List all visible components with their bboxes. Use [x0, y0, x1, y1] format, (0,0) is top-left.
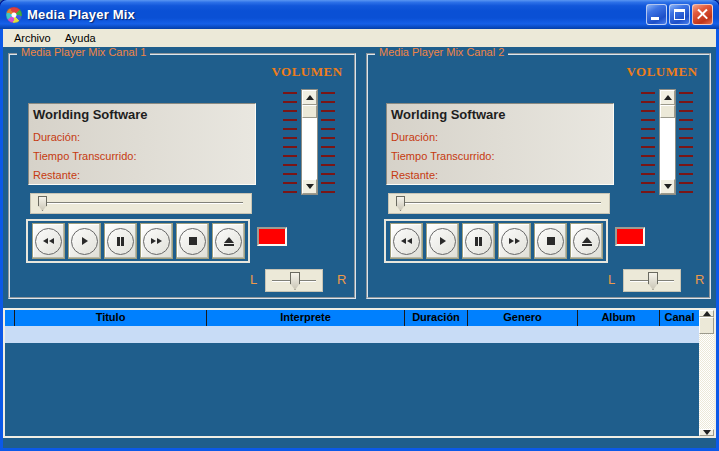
channel2-balance-slider[interactable]: [623, 269, 681, 292]
titlebar[interactable]: Media Player Mix: [0, 0, 719, 29]
stop-button[interactable]: [534, 223, 567, 259]
volume-thumb[interactable]: [660, 105, 675, 118]
seek-thumb[interactable]: [38, 196, 47, 211]
channel1-volume-slider[interactable]: [301, 89, 318, 195]
balance-thumb[interactable]: [648, 272, 658, 290]
rewind-button[interactable]: [32, 223, 65, 259]
arrow-down-icon: [306, 184, 314, 189]
play-button[interactable]: [426, 223, 459, 259]
column-header-selector[interactable]: [5, 310, 15, 326]
stop-icon: [547, 237, 555, 245]
channel2-balance-right-label: R: [695, 272, 704, 287]
volume-thumb[interactable]: [302, 105, 317, 118]
menu-ayuda[interactable]: Ayuda: [58, 30, 103, 46]
channel1-transport: [26, 219, 250, 263]
column-header-genero[interactable]: Genero: [468, 310, 578, 326]
channel1-group: Media Player Mix Canal 1 VOLUMEN Worldin…: [8, 53, 356, 299]
pause-button[interactable]: [104, 223, 137, 259]
cd-app-icon: [6, 7, 22, 23]
eject-icon: [224, 237, 234, 246]
menu-archivo[interactable]: Archivo: [7, 30, 58, 46]
eject-button[interactable]: [570, 223, 603, 259]
fast-forward-icon: [151, 238, 156, 244]
pause-button[interactable]: [462, 223, 495, 259]
scroll-track[interactable]: [699, 334, 714, 429]
channel2-volume-ticks-right: [679, 92, 693, 194]
play-icon: [440, 237, 446, 245]
maximize-button[interactable]: [669, 4, 690, 25]
scroll-down-button[interactable]: [699, 429, 714, 436]
window-title: Media Player Mix: [27, 7, 646, 22]
close-icon: [693, 5, 712, 24]
playlist-scrollbar[interactable]: [699, 310, 714, 436]
channel1-balance-left-label: L: [250, 272, 257, 287]
channel2-group: Media Player Mix Canal 2 VOLUMEN Worldin…: [366, 53, 711, 299]
arrow-down-icon: [703, 430, 711, 435]
channel2-duration-label: Duración:: [391, 128, 609, 147]
eject-icon: [582, 237, 592, 246]
minimize-icon: [651, 17, 659, 20]
arrow-up-icon: [703, 311, 711, 316]
volume-track[interactable]: [660, 118, 675, 179]
pause-icon: [475, 237, 478, 246]
channel1-volume-ticks-left: [283, 92, 297, 194]
channel2-seek-slider[interactable]: [388, 193, 610, 214]
fast-forward-icon: [509, 238, 514, 244]
rewind-icon: [401, 238, 406, 244]
channel1-info-panel: Worlding Software Duración: Tiempo Trans…: [28, 103, 256, 185]
channel1-balance-slider[interactable]: [265, 269, 323, 292]
channel2-status-indicator: [615, 227, 645, 246]
arrow-up-icon: [664, 95, 672, 100]
volume-up-button[interactable]: [660, 90, 675, 105]
channel1-title: Media Player Mix Canal 1: [17, 47, 150, 58]
play-icon: [82, 237, 88, 245]
column-header-canal[interactable]: Canal: [660, 310, 699, 326]
minimize-button[interactable]: [646, 4, 667, 25]
volume-down-button[interactable]: [660, 179, 675, 194]
channel1-seek-slider[interactable]: [30, 193, 252, 214]
channel1-volume-ticks-right: [321, 92, 335, 194]
channel2-elapsed-label: Tiempo Transcurrido:: [391, 147, 609, 166]
channel2-info-panel: Worlding Software Duración: Tiempo Trans…: [386, 103, 614, 185]
channel2-volume-ticks-left: [641, 92, 655, 194]
close-button[interactable]: [692, 4, 713, 25]
column-header-interprete[interactable]: Interprete: [207, 310, 405, 326]
volume-track[interactable]: [302, 118, 317, 179]
playlist-empty-row[interactable]: [5, 326, 699, 343]
menubar: Archivo Ayuda: [3, 29, 716, 47]
seek-groove: [39, 202, 243, 204]
stop-icon: [189, 237, 197, 245]
fast-forward-button[interactable]: [498, 223, 531, 259]
volume-up-button[interactable]: [302, 90, 317, 105]
seek-groove: [397, 202, 601, 204]
channel1-elapsed-label: Tiempo Transcurrido:: [33, 147, 251, 166]
scroll-thumb[interactable]: [699, 317, 714, 334]
chann2-remaining-label: Restante:: [391, 166, 609, 185]
pause-icon: [117, 237, 120, 246]
balance-thumb[interactable]: [290, 272, 300, 290]
play-button[interactable]: [68, 223, 101, 259]
arrow-down-icon: [664, 184, 672, 189]
column-header-duracion[interactable]: Duración: [405, 310, 468, 326]
column-header-titulo[interactable]: Titulo: [15, 310, 207, 326]
arrow-up-icon: [306, 95, 314, 100]
channel2-transport: [384, 219, 608, 263]
channel2-title: Media Player Mix Canal 2: [375, 47, 508, 58]
scroll-up-button[interactable]: [699, 310, 714, 317]
channel1-balance-right-label: R: [337, 272, 346, 287]
eject-button[interactable]: [212, 223, 245, 259]
channel2-volume-slider[interactable]: [659, 89, 676, 195]
playlist-table: Titulo Interprete Duración Genero Album …: [3, 308, 716, 438]
rewind-button[interactable]: [390, 223, 423, 259]
seek-thumb[interactable]: [396, 196, 405, 211]
playlist-header: Titulo Interprete Duración Genero Album …: [5, 310, 699, 326]
volume-down-button[interactable]: [302, 179, 317, 194]
channel1-remaining-label: Restante:: [33, 166, 251, 185]
stop-button[interactable]: [176, 223, 209, 259]
channel2-volume-label: VOLUMEN: [617, 64, 707, 80]
column-header-album[interactable]: Album: [578, 310, 660, 326]
rewind-icon: [43, 238, 48, 244]
fast-forward-button[interactable]: [140, 223, 173, 259]
channel2-balance-left-label: L: [608, 272, 615, 287]
app-window: Media Player Mix Archivo Ayuda Media Pla…: [0, 0, 719, 451]
